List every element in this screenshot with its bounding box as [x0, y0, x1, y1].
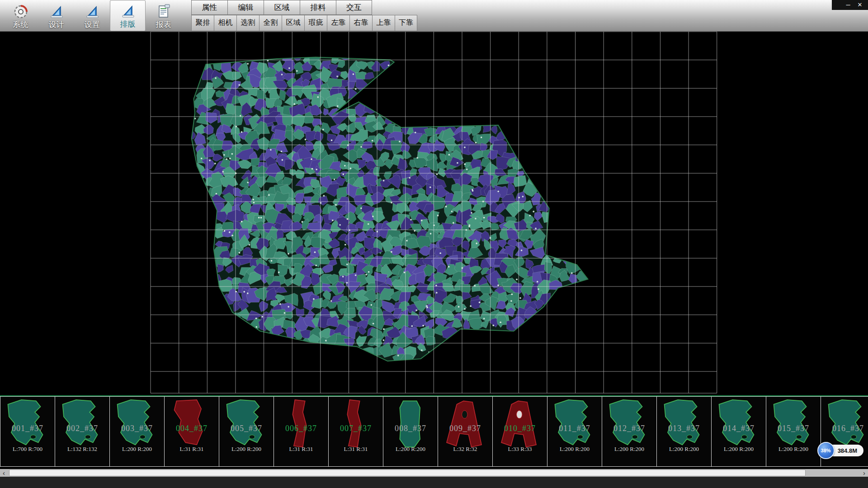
- tool-button-2[interactable]: 相机: [214, 15, 236, 31]
- tool-buttons: 聚排相机选割全割区域瑕疵左靠右靠上靠下靠: [191, 15, 417, 31]
- part-quantity-label: L:700 R:700: [0, 446, 55, 453]
- menu-tab-1[interactable]: 属性: [191, 0, 227, 15]
- part-id-label: 007_#37: [329, 424, 383, 433]
- part-id-label: 002_#37: [55, 424, 109, 433]
- tool-button-5[interactable]: 区域: [282, 15, 304, 31]
- part-id-label: 010_#37: [493, 424, 547, 433]
- progress-circle: 38%: [817, 442, 835, 459]
- tool-button-7[interactable]: 左靠: [327, 15, 349, 31]
- nav-button-label: 设计: [49, 21, 64, 29]
- part-cell[interactable]: 012_#37L:200 R:200: [602, 397, 657, 466]
- tool-button-9[interactable]: 上靠: [372, 15, 395, 31]
- tool-button-4[interactable]: 全割: [259, 15, 282, 31]
- parts-strip: 001_#37L:700 R:700002_#37L:132 R:132003_…: [0, 396, 868, 467]
- nesting-layout-icon: [119, 2, 137, 20]
- part-id-label: 016_#37: [821, 424, 868, 433]
- part-cell[interactable]: 007_#37L:31 R:31: [329, 397, 383, 466]
- part-quantity-label: L:200 R:200: [712, 446, 766, 453]
- part-quantity-label: L:200 R:200: [547, 446, 602, 453]
- minimize-button[interactable]: ─: [843, 0, 854, 10]
- menu-tab-5[interactable]: 交互: [336, 0, 372, 15]
- part-quantity-label: L:31 R:31: [329, 446, 383, 453]
- tool-button-10[interactable]: 下靠: [395, 15, 417, 31]
- part-quantity-label: L:33 R:33: [493, 446, 547, 453]
- part-id-label: 006_#37: [274, 424, 328, 433]
- application-window: 系统设计设置排版报表 属性编辑区域排料交互 聚排相机选割全割区域瑕疵左靠右靠上靠…: [0, 0, 868, 488]
- system-gear-icon: [12, 3, 29, 21]
- part-id-label: 009_#37: [438, 424, 492, 433]
- part-quantity-label: L:200 R:200: [766, 446, 821, 453]
- part-quantity-label: L:200 R:200: [657, 446, 711, 453]
- part-quantity-label: L:200 R:200: [602, 446, 656, 453]
- part-quantity-label: L:200 R:200: [219, 446, 274, 453]
- scrollbar-thumb[interactable]: [9, 469, 806, 476]
- nav-button-label: 排版: [120, 20, 136, 29]
- nesting-canvas-drawing: [0, 32, 868, 395]
- part-cell[interactable]: 013_#37L:200 R:200: [657, 397, 712, 466]
- tool-button-6[interactable]: 瑕疵: [304, 15, 327, 31]
- part-cell[interactable]: 008_#37L:200 R:200: [383, 397, 438, 466]
- part-id-label: 004_#37: [165, 424, 219, 433]
- part-cell[interactable]: 009_#37L:32 R:32: [438, 397, 493, 466]
- menu-area: 属性编辑区域排料交互 聚排相机选割全割区域瑕疵左靠右靠上靠下靠: [191, 0, 417, 31]
- main-toolbar: 系统设计设置排版报表 属性编辑区域排料交互 聚排相机选割全割区域瑕疵左靠右靠上靠…: [0, 0, 868, 32]
- status-badge: 38% 384.8M: [817, 442, 863, 459]
- report-icon: [155, 3, 172, 21]
- part-quantity-label: L:200 R:200: [383, 446, 438, 453]
- menu-tab-3[interactable]: 区域: [264, 0, 300, 15]
- part-cell[interactable]: 006_#37L:31 R:31: [274, 397, 329, 466]
- part-cell[interactable]: 002_#37L:132 R:132: [55, 397, 110, 466]
- part-id-label: 013_#37: [657, 424, 711, 433]
- part-cell[interactable]: 010_#37L:33 R:33: [493, 397, 547, 466]
- menu-tabs: 属性编辑区域排料交互: [191, 0, 417, 15]
- part-id-label: 008_#37: [383, 424, 438, 433]
- part-cell[interactable]: 003_#37L:200 R:200: [110, 397, 165, 466]
- nav-button-5[interactable]: 报表: [146, 0, 181, 31]
- tool-button-8[interactable]: 右靠: [349, 15, 372, 31]
- part-cell[interactable]: 005_#37L:200 R:200: [219, 397, 274, 466]
- part-quantity-label: L:31 R:31: [274, 446, 328, 453]
- window-controls: ─ ✕: [832, 0, 868, 10]
- bottom-filler: [0, 477, 868, 488]
- part-id-label: 011_#37: [547, 424, 602, 433]
- scroll-left-arrow-icon[interactable]: ‹: [0, 469, 8, 477]
- part-quantity-label: L:32 R:32: [438, 446, 492, 453]
- menu-tab-2[interactable]: 编辑: [227, 0, 264, 15]
- nav-button-2[interactable]: 设计: [38, 0, 74, 31]
- part-id-label: 001_#37: [0, 424, 55, 433]
- part-id-label: 005_#37: [219, 424, 274, 433]
- scroll-right-arrow-icon[interactable]: ›: [860, 469, 868, 477]
- nav-button-3[interactable]: 设置: [74, 0, 110, 31]
- nav-button-4[interactable]: 排版: [110, 0, 146, 31]
- part-id-label: 014_#37: [712, 424, 766, 433]
- nav-button-label: 设置: [85, 21, 100, 29]
- parts-row: 001_#37L:700 R:700002_#37L:132 R:132003_…: [0, 397, 868, 466]
- part-id-label: 012_#37: [602, 424, 656, 433]
- part-quantity-label: L:132 R:132: [55, 446, 109, 453]
- close-button[interactable]: ✕: [854, 0, 865, 10]
- part-cell[interactable]: 014_#37L:200 R:200: [712, 397, 766, 466]
- design-icon: [48, 3, 65, 21]
- nesting-canvas[interactable]: [0, 32, 868, 395]
- part-cell[interactable]: 004_#37L:31 R:31: [165, 397, 219, 466]
- settings-icon: [84, 3, 101, 21]
- nav-button-label: 系统: [13, 21, 28, 29]
- part-cell[interactable]: 015_#37L:200 R:200: [766, 397, 821, 466]
- tool-button-1[interactable]: 聚排: [191, 15, 214, 31]
- horizontal-scrollbar[interactable]: ‹ ›: [0, 469, 868, 477]
- part-id-label: 015_#37: [766, 424, 821, 433]
- tool-button-3[interactable]: 选割: [236, 15, 259, 31]
- part-quantity-label: L:200 R:200: [110, 446, 164, 453]
- part-quantity-label: L:31 R:31: [165, 446, 219, 453]
- part-cell[interactable]: 001_#37L:700 R:700: [0, 397, 55, 466]
- nav-button-label: 报表: [156, 21, 171, 29]
- menu-tab-4[interactable]: 排料: [300, 0, 336, 15]
- part-cell[interactable]: 011_#37L:200 R:200: [547, 397, 602, 466]
- nav-buttons: 系统设计设置排版报表: [0, 0, 181, 31]
- nav-button-1[interactable]: 系统: [3, 0, 38, 31]
- part-id-label: 003_#37: [110, 424, 164, 433]
